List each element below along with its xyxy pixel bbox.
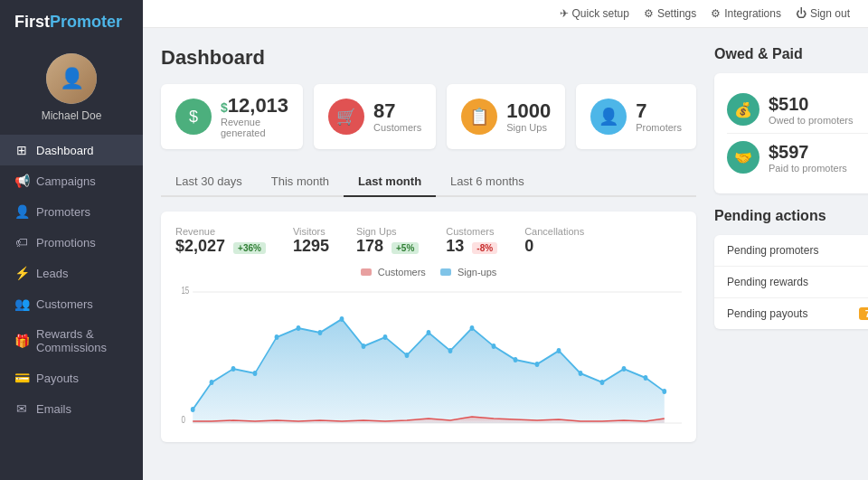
svg-point-7 <box>253 371 258 376</box>
svg-text:15: 15 <box>181 286 189 296</box>
integrations-button[interactable]: ⚙ Integrations <box>711 7 781 20</box>
sidebar-item-leads[interactable]: ⚡ Leads <box>0 258 143 288</box>
nav: ⊞ Dashboard 📢 Campaigns 👤 Promoters 🏷 Pr… <box>0 135 143 480</box>
payouts-icon: 💳 <box>14 371 29 385</box>
sidebar-label-promoters: Promoters <box>36 205 90 219</box>
svg-point-15 <box>427 330 431 335</box>
metric-signups-label: Sign Ups <box>356 226 419 237</box>
signups-value: 1000 <box>506 100 551 122</box>
metric-signups: Sign Ups 178 +5% <box>356 226 419 256</box>
svg-point-24 <box>622 366 627 372</box>
tabs: Last 30 days This month Last month Last … <box>161 167 696 197</box>
svg-point-12 <box>362 344 366 349</box>
metric-revenue: Revenue $2,027 +36% <box>175 226 266 256</box>
leads-icon: ⚡ <box>14 266 29 280</box>
customers-stat-icon: 🛒 <box>328 99 364 135</box>
tab-thismonth[interactable]: This month <box>257 167 344 197</box>
pending-row-payouts: Pending payouts 78 <box>714 298 868 329</box>
legend-item-customers: Customers <box>361 267 426 278</box>
svg-point-10 <box>318 330 323 335</box>
sidebar-label-campaigns: Campaigns <box>36 174 96 188</box>
owed-item-paid: 🤝 $597 Paid to promoters <box>727 134 868 181</box>
promotions-icon: 🏷 <box>14 235 29 249</box>
pending-rewards-label: Pending rewards <box>727 276 808 288</box>
content-right: Owed & Paid 💰 $510 Owed to promoters 🤝 $… <box>714 46 868 462</box>
owed-paid-title: Owed & Paid <box>714 46 868 62</box>
svg-point-20 <box>535 362 540 367</box>
metric-customers-value: 13 -8% <box>446 237 497 256</box>
quick-setup-button[interactable]: ✈ Quick setup <box>560 7 629 20</box>
customers-icon: 👥 <box>14 296 29 311</box>
revenue-value: $12,013 <box>221 95 288 117</box>
owed-paid-card: 💰 $510 Owed to promoters 🤝 $597 Paid to … <box>714 73 868 193</box>
sidebar-label-payouts: Payouts <box>36 372 79 385</box>
paid-icon: 🤝 <box>727 141 760 174</box>
promoters-value: 7 <box>636 100 682 122</box>
logo-promoter: Promoter <box>50 13 122 31</box>
app-logo: FirstPromoter <box>0 0 143 44</box>
chart-svg: 15 0 <box>175 283 682 428</box>
chart-container: 15 0 <box>175 283 682 428</box>
metric-cancellations: Cancellations 0 <box>524 226 584 256</box>
avatar-image: 👤 <box>46 53 97 104</box>
metric-customers-label: Customers <box>446 226 497 237</box>
main-area: ✈ Quick setup ⚙ Settings ⚙ Integrations … <box>143 0 868 480</box>
revenue-badge: +36% <box>233 242 266 254</box>
pending-promoters-value: 0 <box>864 244 868 257</box>
username: Michael Doe <box>42 109 102 122</box>
rewards-icon: 🎁 <box>14 334 29 348</box>
sign-out-button[interactable]: ⏻ Sign out <box>796 7 850 20</box>
sidebar-item-campaigns[interactable]: 📢 Campaigns <box>0 165 143 196</box>
metric-customers: Customers 13 -8% <box>446 226 497 256</box>
svg-point-21 <box>557 348 561 353</box>
logo-first: First <box>14 13 50 31</box>
pending-row-promoters: Pending promoters 0 <box>714 235 868 267</box>
svg-point-11 <box>340 316 344 322</box>
metric-visitors-label: Visitors <box>293 226 329 237</box>
pending-payouts-value: 78 <box>859 307 868 320</box>
sidebar-item-payouts[interactable]: 💳 Payouts <box>0 362 143 393</box>
emails-icon: ✉ <box>14 401 29 416</box>
sidebar-item-rewards[interactable]: 🎁 Rewards & Commissions <box>0 319 143 362</box>
svg-point-16 <box>448 348 453 353</box>
dashboard-icon: ⊞ <box>14 143 29 157</box>
revenue-label: Revenue generated <box>221 117 288 138</box>
sign-out-label: Sign out <box>810 7 850 20</box>
sidebar-label-rewards: Rewards & Commissions <box>36 327 128 354</box>
svg-point-4 <box>191 407 195 412</box>
svg-point-13 <box>383 334 388 340</box>
settings-icon: ⚙ <box>644 7 654 20</box>
sidebar-item-emails[interactable]: ✉ Emails <box>0 393 143 424</box>
content-left: Dashboard $ $12,013 Revenue generated 🛒 … <box>161 46 696 462</box>
stat-info-signups: 1000 Sign Ups <box>506 100 551 133</box>
content: Dashboard $ $12,013 Revenue generated 🛒 … <box>143 28 868 480</box>
sidebar-item-dashboard[interactable]: ⊞ Dashboard <box>0 135 143 165</box>
svg-point-14 <box>405 353 410 358</box>
svg-point-18 <box>492 344 496 349</box>
sidebar-item-promoters[interactable]: 👤 Promoters <box>0 196 143 227</box>
stat-card-revenue: $ $12,013 Revenue generated <box>161 84 303 149</box>
sidebar-item-customers[interactable]: 👥 Customers <box>0 288 143 319</box>
settings-button[interactable]: ⚙ Settings <box>644 7 696 20</box>
signups-label: Sign Ups <box>506 122 551 133</box>
tab-last30[interactable]: Last 30 days <box>161 167 257 197</box>
owed-label: Owed to promoters <box>769 115 854 126</box>
avatar: 👤 <box>46 53 97 104</box>
paid-label: Paid to promoters <box>769 163 847 174</box>
revenue-icon: $ <box>175 99 212 135</box>
svg-point-25 <box>644 375 648 381</box>
metric-cancellations-value: 0 <box>524 237 584 256</box>
settings-label: Settings <box>657 7 696 20</box>
signups-legend-dot <box>440 268 451 276</box>
metric-revenue-label: Revenue <box>175 226 266 237</box>
svg-point-6 <box>231 366 236 372</box>
pending-rewards-value: 0 <box>864 276 868 288</box>
promoters-label: Promoters <box>636 122 682 133</box>
customers-badge: -8% <box>472 242 497 254</box>
user-profile: 👤 Michael Doe <box>0 44 143 135</box>
tab-lastmonth[interactable]: Last month <box>344 167 436 197</box>
tab-last6months[interactable]: Last 6 months <box>436 167 539 197</box>
promoters-stat-icon: 👤 <box>590 99 627 135</box>
sidebar-item-promotions[interactable]: 🏷 Promotions <box>0 227 143 258</box>
metric-cancellations-label: Cancellations <box>524 226 584 237</box>
